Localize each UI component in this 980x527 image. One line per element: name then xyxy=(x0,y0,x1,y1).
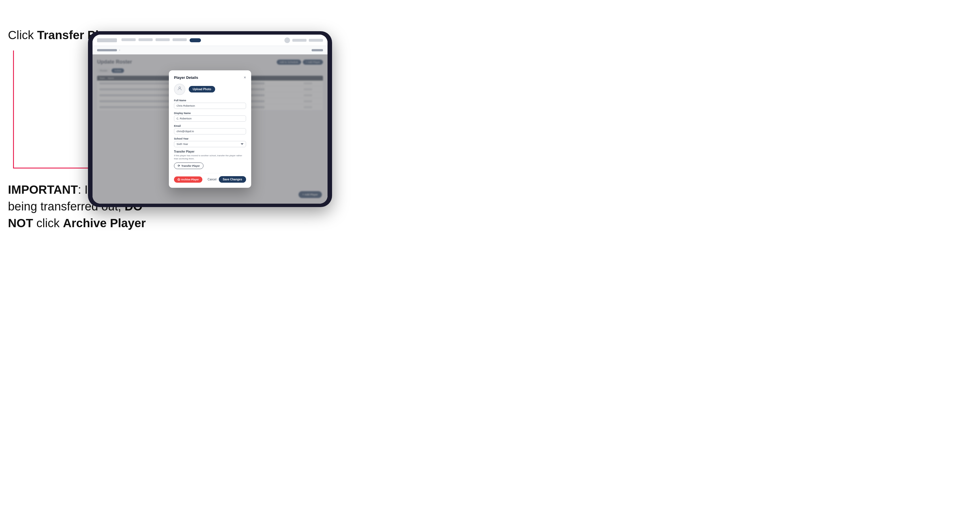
school-year-group: School Year First Year Second Year Third… xyxy=(174,137,246,147)
nav-item-more[interactable] xyxy=(173,38,187,41)
breadcrumb-item xyxy=(97,49,117,51)
instruction-important: IMPORTANT xyxy=(8,183,78,196)
avatar-circle xyxy=(174,84,185,95)
display-name-group: Display Name xyxy=(174,112,246,122)
email-input[interactable] xyxy=(174,128,246,135)
school-year-select[interactable]: First Year Second Year Third Year Fourth… xyxy=(174,141,246,147)
nav-items xyxy=(121,38,201,42)
modal-title: Player Details xyxy=(174,75,198,80)
page-corner-display xyxy=(312,49,323,51)
nav-item-teams[interactable] xyxy=(138,38,153,41)
cancel-button[interactable]: Cancel xyxy=(207,178,216,181)
header-avatar xyxy=(285,37,290,43)
main-content: Update Roster Add to Schedule + Add Play… xyxy=(92,54,328,204)
instruction-prefix: Click xyxy=(8,29,37,42)
full-name-label: Full Name xyxy=(174,99,246,102)
player-details-modal: Player Details × xyxy=(169,70,251,188)
archive-player-button[interactable]: ⏻ Archive Player xyxy=(174,176,202,183)
modal-header: Player Details × xyxy=(174,75,246,80)
arrow-vertical xyxy=(13,51,14,168)
breadcrumb-separator: › xyxy=(119,49,120,52)
save-changes-button[interactable]: Save Changes xyxy=(219,176,246,183)
upload-photo-button[interactable]: Upload Photo xyxy=(189,86,215,92)
svg-point-0 xyxy=(179,87,180,89)
display-name-input[interactable] xyxy=(174,116,246,122)
tablet-device: › Update Roster Add to Schedule + Add Pl… xyxy=(88,31,332,207)
transfer-player-button[interactable]: ⟳ Transfer Player xyxy=(174,162,204,169)
app-logo xyxy=(97,38,117,42)
transfer-btn-label: Transfer Player xyxy=(181,165,200,167)
instruction-archive: Archive Player xyxy=(63,216,146,230)
full-name-group: Full Name xyxy=(174,99,246,109)
archive-icon: ⏻ xyxy=(177,178,180,181)
header-settings-text xyxy=(309,39,323,42)
full-name-input[interactable] xyxy=(174,103,246,109)
modal-overlay: Player Details × xyxy=(92,54,328,204)
nav-item-dashboard[interactable] xyxy=(121,38,136,41)
display-name-label: Display Name xyxy=(174,112,246,114)
header-right xyxy=(285,37,323,43)
sub-nav: › xyxy=(92,46,328,54)
nav-item-roster[interactable] xyxy=(156,38,170,41)
school-year-label: School Year xyxy=(174,137,246,140)
header-account-text xyxy=(292,39,307,42)
modal-footer: ⏻ Archive Player Cancel Save Changes xyxy=(174,173,246,183)
transfer-icon: ⟳ xyxy=(178,164,180,167)
archive-label: Archive Player xyxy=(181,178,199,181)
close-modal-button[interactable]: × xyxy=(244,75,246,79)
photo-section: Upload Photo xyxy=(174,84,246,95)
avatar-icon xyxy=(177,86,182,92)
email-label: Email xyxy=(174,124,246,127)
nav-item-active[interactable] xyxy=(189,38,201,42)
transfer-section: Transfer Player If this player has moved… xyxy=(174,150,246,169)
tablet-screen: › Update Roster Add to Schedule + Add Pl… xyxy=(92,35,328,204)
transfer-title: Transfer Player xyxy=(174,150,246,153)
app-header xyxy=(92,35,328,46)
transfer-description: If this player has moved to another scho… xyxy=(174,154,246,160)
email-group: Email xyxy=(174,124,246,135)
